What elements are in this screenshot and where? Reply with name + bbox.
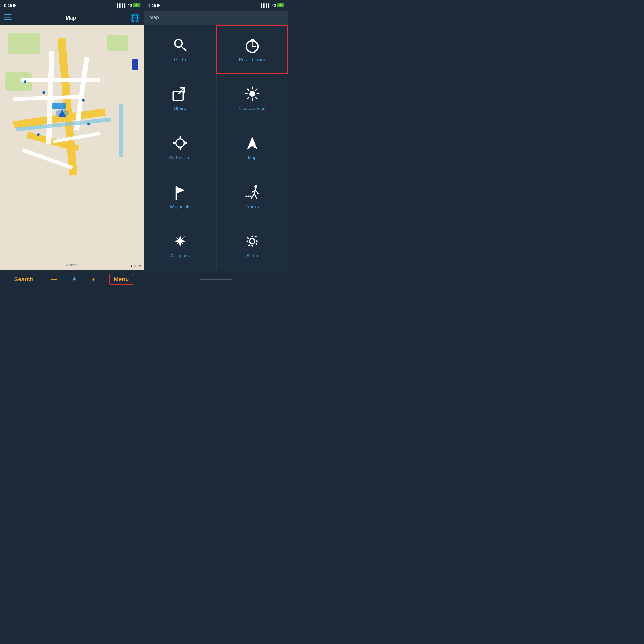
svg-line-34	[254, 194, 256, 198]
battery-icon-right: ⚡	[277, 3, 284, 7]
status-bar-right: 9:15 ▶ ▌▌▌▌ 4G ⚡	[144, 0, 288, 11]
gear-icon	[244, 233, 261, 250]
svg-marker-3	[72, 276, 76, 281]
signal-icon-right: ▌▌▌▌	[261, 3, 271, 7]
status-bar-left: 9:15 ▶ ▌▌▌▌ 4G ⚡	[0, 0, 144, 11]
share-icon	[172, 85, 188, 102]
svg-marker-40	[173, 234, 187, 248]
time-right: 9:15	[148, 3, 156, 8]
location-marker	[58, 109, 66, 117]
poi-dot	[87, 123, 90, 125]
nav-bar-left: Map 🌐	[0, 11, 144, 25]
map-green-area	[8, 33, 40, 54]
location-arrow-icon: ▶	[13, 3, 16, 8]
my-position-label: My Position	[168, 155, 192, 160]
map-road-blue	[119, 104, 123, 157]
svg-line-5	[181, 46, 186, 51]
map-road-white	[74, 57, 89, 131]
svg-line-33	[252, 194, 254, 198]
compass-icon	[172, 233, 188, 250]
home-indicator	[200, 279, 232, 280]
share-label: Share	[174, 106, 186, 111]
flag-icon	[172, 184, 188, 201]
signal-display: ▌▌▌▌ 4G ⚡	[117, 3, 140, 7]
location-badge	[52, 103, 66, 109]
menu-item-map[interactable]: Map	[216, 123, 288, 172]
crosshair-icon	[172, 135, 188, 151]
map-road-white	[22, 148, 73, 170]
menu-item-my-position[interactable]: My Position	[144, 123, 216, 172]
arrow-icon	[244, 135, 261, 151]
setup-label: Setup	[246, 253, 258, 259]
menu-item-share[interactable]: Share	[144, 74, 216, 123]
search-button[interactable]: Search	[11, 274, 36, 285]
map-view[interactable]: Motion X ■ 150 m	[0, 25, 144, 270]
svg-point-38	[247, 195, 249, 197]
svg-point-15	[249, 91, 255, 97]
map-green-area	[107, 35, 128, 51]
svg-rect-1	[4, 17, 12, 18]
menu-button[interactable]: Menu	[109, 274, 133, 285]
hamburger-icon[interactable]	[4, 14, 12, 21]
left-panel: 9:15 ▶ ▌▌▌▌ 4G ⚡ Map 🌐	[0, 0, 144, 288]
poi-dot	[82, 99, 85, 102]
svg-line-36	[255, 190, 258, 193]
svg-line-20	[247, 89, 249, 90]
menu-item-record-track[interactable]: Record Track	[216, 25, 288, 74]
svg-line-22	[256, 89, 257, 90]
poi-dot	[42, 91, 45, 94]
scale-bar: ■ 150 m	[131, 264, 141, 268]
zoom-out-button[interactable]: —	[48, 274, 60, 285]
poi-dot	[37, 133, 40, 136]
menu-item-setup[interactable]: Setup	[216, 221, 288, 270]
svg-point-37	[245, 195, 247, 197]
map-watermark: Motion X	[66, 263, 78, 266]
bottom-toolbar: Search — + Menu	[0, 270, 144, 288]
sun-icon	[244, 85, 261, 102]
menu-item-compass[interactable]: Compass	[144, 221, 216, 270]
battery-icon: ⚡	[133, 3, 140, 7]
map-road-white	[53, 132, 100, 143]
stopwatch-icon	[244, 36, 261, 53]
right-bottom-bar	[144, 270, 288, 288]
search-icon	[172, 36, 188, 53]
go-to-label: Go To	[174, 57, 186, 62]
map-label: Map	[248, 155, 256, 160]
globe-icon[interactable]: 🌐	[130, 13, 140, 22]
svg-point-41	[250, 238, 255, 244]
svg-rect-2	[4, 19, 12, 20]
svg-line-21	[256, 97, 257, 99]
menu-item-go-to[interactable]: Go To	[144, 25, 216, 74]
location-button[interactable]	[71, 276, 77, 283]
menu-grid: Go To	[144, 25, 288, 270]
poi-dot	[24, 80, 26, 83]
location-arrow-icon-right: ▶	[157, 3, 160, 8]
tracks-label: Tracks	[246, 204, 259, 210]
svg-line-23	[247, 97, 249, 99]
svg-point-24	[176, 139, 184, 147]
network-type: 4G	[128, 3, 132, 7]
svg-marker-29	[247, 137, 257, 149]
signal-icon: ▌▌▌▌	[117, 3, 127, 7]
map-road-white	[21, 78, 100, 82]
menu-item-live-updates[interactable]: Live Updates	[216, 74, 288, 123]
menu-item-tracks[interactable]: Tracks	[216, 172, 288, 221]
record-track-label: Record Track	[239, 57, 265, 62]
svg-rect-0	[4, 14, 12, 15]
svg-rect-8	[252, 40, 253, 42]
right-panel: 9:15 ▶ ▌▌▌▌ 4G ⚡ Map Go To	[144, 0, 288, 288]
bus-icon	[132, 59, 138, 70]
nav-bar-right: Map	[144, 11, 288, 25]
live-updates-label: Live Updates	[239, 106, 265, 111]
network-type-right: 4G	[272, 3, 276, 7]
time-display-right: 9:15 ▶	[148, 3, 160, 8]
svg-point-39	[250, 195, 251, 197]
page-title-right: Map	[149, 15, 159, 20]
zoom-in-button[interactable]: +	[89, 274, 98, 285]
time: 9:15	[4, 3, 12, 8]
menu-item-waypoints[interactable]: Waypoints	[144, 172, 216, 221]
page-title-left: Map	[66, 15, 76, 21]
time-display: 9:15 ▶	[4, 3, 16, 8]
svg-rect-13	[173, 91, 183, 100]
compass-label: Compass	[171, 253, 190, 259]
